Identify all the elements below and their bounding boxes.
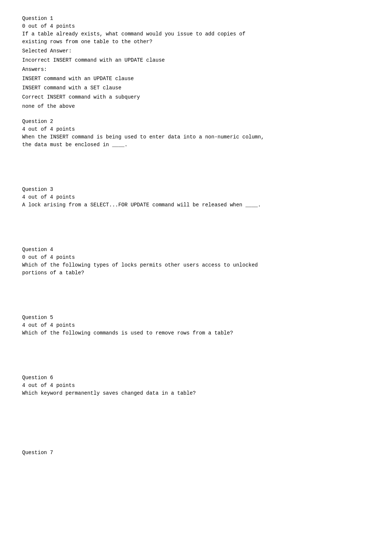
question-4-spacer — [22, 277, 370, 306]
question-2-text: When the INSERT command is being used to… — [22, 133, 370, 149]
question-4-title: Question 4 — [22, 246, 370, 254]
question-5-points: 4 out of 4 points — [22, 322, 370, 329]
question-7-title: Question 7 — [22, 449, 370, 457]
question-6-title: Question 6 — [22, 374, 370, 382]
question-1-block: Question 1 0 out of 4 points If a table … — [22, 15, 370, 110]
question-5-spacer — [22, 337, 370, 367]
question-6-points: 4 out of 4 points — [22, 382, 370, 389]
question-3-text: A lock arising from a SELECT...FOR UPDAT… — [22, 201, 370, 209]
question-3-points: 4 out of 4 points — [22, 193, 370, 201]
question-5-text: Which of the following commands is used … — [22, 329, 370, 337]
question-1-selected-label: Selected Answer: — [22, 47, 370, 55]
question-7-block: Question 7 — [22, 449, 370, 457]
question-1-answer-1: INSERT command with a SET clause — [22, 84, 370, 92]
question-3-title: Question 3 — [22, 186, 370, 193]
question-1-points: 0 out of 4 points — [22, 23, 370, 30]
question-1-text: If a table already exists, what command … — [22, 30, 370, 46]
question-2-spacer — [22, 149, 370, 178]
question-1-answers-label: Answers: — [22, 66, 370, 73]
question-3-spacer — [22, 209, 370, 238]
question-1-answer-2: Correct INSERT command with a subquery — [22, 93, 370, 101]
question-6-text: Which keyword permanently saves changed … — [22, 389, 370, 397]
question-5-title: Question 5 — [22, 314, 370, 322]
question-3-block: Question 3 4 out of 4 points A lock aris… — [22, 186, 370, 238]
question-2-block: Question 2 4 out of 4 points When the IN… — [22, 118, 370, 178]
question-1-answer-3: none of the above — [22, 103, 370, 110]
question-4-block: Question 4 0 out of 4 points Which of th… — [22, 246, 370, 306]
question-1-selected-answer: Incorrect INSERT command with an UPDATE … — [22, 56, 370, 64]
question-1-answer-0: INSERT command with an UPDATE clause — [22, 75, 370, 83]
question-6-spacer — [22, 397, 370, 442]
question-1-title: Question 1 — [22, 15, 370, 23]
question-4-text: Which of the following types of locks pe… — [22, 261, 370, 277]
question-2-title: Question 2 — [22, 118, 370, 126]
question-4-points: 0 out of 4 points — [22, 254, 370, 261]
question-5-block: Question 5 4 out of 4 points Which of th… — [22, 314, 370, 367]
question-6-block: Question 6 4 out of 4 points Which keywo… — [22, 374, 370, 442]
question-2-points: 4 out of 4 points — [22, 126, 370, 133]
